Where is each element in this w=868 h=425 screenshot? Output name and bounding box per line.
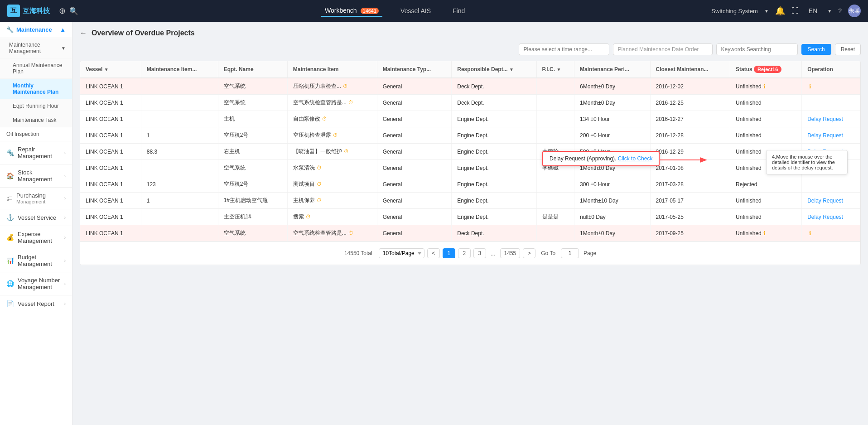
info-icon[interactable]: ℹ xyxy=(809,83,811,90)
delay-request-tooltip[interactable]: Delay Request (Approving). Click to Chec… xyxy=(542,151,660,166)
tooltip-click-link[interactable]: Click to Check xyxy=(618,155,653,162)
delay-request-link[interactable]: Delay Request xyxy=(807,198,843,204)
sidebar-item-maintenance[interactable]: 🔧 Maintenance ▲ xyxy=(0,22,72,38)
sidebar-item-eqpt-running[interactable]: Eqpt Running Hour xyxy=(0,99,72,113)
sidebar-item-vessel-report[interactable]: 📄 Vessel Report › xyxy=(0,295,72,312)
status-info-icon-last[interactable]: ℹ xyxy=(763,230,766,237)
sidebar-item-maintenance-task[interactable]: Maintenance Task xyxy=(0,113,72,127)
prev-page-button[interactable]: < xyxy=(427,248,440,258)
sidebar-item-repair-management[interactable]: 🔩 Repair Management › xyxy=(0,141,72,164)
delay-request-link[interactable]: Delay Request xyxy=(807,116,843,122)
sidebar-item-oil-inspection[interactable]: Oil Inspection xyxy=(0,127,72,141)
cell-closest-maintenance: 2017-03-28 xyxy=(650,176,730,193)
sidebar-item-vessel-service[interactable]: ⚓ Vessel Service › xyxy=(0,209,72,226)
page-ellipsis: ... xyxy=(489,250,497,257)
cell-operation[interactable] xyxy=(802,176,860,193)
cell-operation[interactable]: Delay Request xyxy=(802,127,860,144)
cell-maintenance-type: General xyxy=(377,127,452,144)
status-value: Unfinished xyxy=(736,100,762,106)
table-row: LINK OCEAN 1 空气系统 压缩机压力表检查...⏱ General D… xyxy=(80,78,860,95)
sidebar-item-purchasing[interactable]: 🏷 Purchasing Management › xyxy=(0,188,72,209)
sidebar-item-annual-plan[interactable]: Annual Maintenance Plan xyxy=(0,58,72,79)
nav-find[interactable]: Find xyxy=(449,5,468,16)
add-icon[interactable]: ⊕ xyxy=(59,6,66,16)
cell-operation[interactable]: Delay Request xyxy=(802,209,860,225)
cell-maintenance-item: 测试项目⏱ xyxy=(287,176,377,193)
cell-maintenance-item: 空气系统检查管路是...⏱ xyxy=(287,225,377,241)
time-range-input[interactable] xyxy=(519,43,609,55)
back-button[interactable]: ← xyxy=(80,29,87,37)
page-1-button[interactable]: 1 xyxy=(443,248,455,258)
language-selector[interactable]: EN xyxy=(805,5,821,16)
cell-vessel: LINK OCEAN 1 xyxy=(80,111,141,127)
sidebar-item-stock-management[interactable]: 🏠 Stock Management › xyxy=(0,164,72,188)
info-icon[interactable]: ℹ xyxy=(809,230,811,237)
status-info-icon[interactable]: ℹ xyxy=(763,83,766,90)
search-button[interactable]: Search xyxy=(801,44,831,55)
cell-vessel: LINK OCEAN 1 xyxy=(80,160,141,176)
cell-maintenance-item-no xyxy=(141,225,218,241)
cell-operation[interactable]: Delay Request xyxy=(802,111,860,127)
next-page-button[interactable]: > xyxy=(523,248,535,258)
clock-icon: ⏱ xyxy=(306,214,311,219)
table-row: LINK OCEAN 1 空气系统 水泵清洗⏱ General Engine D… xyxy=(80,160,860,176)
page-3-button[interactable]: 3 xyxy=(473,248,486,258)
switch-system-button[interactable]: Switching System xyxy=(711,8,758,14)
page-last-button[interactable]: 1455 xyxy=(500,248,521,258)
cell-closest-maintenance: 2016-12-25 xyxy=(650,95,730,111)
cell-pic xyxy=(536,176,574,193)
notification-icon[interactable]: 🔔 xyxy=(775,6,785,16)
col-maintenance-period: Maintenance Peri... xyxy=(574,61,650,78)
cell-maintenance-period: 1Month±0 Day xyxy=(574,95,650,111)
filter-bar: Planned Maintenance Date Order Search Re… xyxy=(80,43,861,55)
delay-request-link[interactable]: Delay Request xyxy=(807,132,843,139)
reset-button[interactable]: Reset xyxy=(835,43,861,55)
table-row: LINK OCEAN 1 88.3 右主机 【喷油器】一般维护⏱ General… xyxy=(80,144,860,160)
sidebar-item-maintenance-management[interactable]: Maintenance Management ▼ xyxy=(0,38,72,58)
search-icon[interactable]: 🔍 xyxy=(69,7,78,15)
cell-operation[interactable]: ℹ xyxy=(802,225,860,241)
col-responsible-dept: Responsible Dept... ▼ xyxy=(452,61,536,78)
cell-pic xyxy=(536,78,574,95)
help-icon[interactable]: ? xyxy=(838,7,842,14)
cell-maintenance-item-no: 123 xyxy=(141,176,218,193)
nav-workbench[interactable]: Workbench 14641 xyxy=(321,5,382,17)
cell-maintenance-type: General xyxy=(377,160,452,176)
chevron-right-report-icon: › xyxy=(64,301,66,306)
fullscreen-icon[interactable]: ⛶ xyxy=(791,7,799,15)
nav-center: Workbench 14641 Vessel AIS Find xyxy=(78,5,711,17)
tooltip-text: Delay Request (Approving). xyxy=(550,155,618,162)
sort-select[interactable]: Planned Maintenance Date Order xyxy=(613,43,713,55)
page-header: ← Overview of Overdue Projects xyxy=(80,29,861,37)
cell-maintenance-item-no xyxy=(141,95,218,111)
delay-request-link[interactable]: Delay Request xyxy=(807,214,843,220)
col-operation: Operation xyxy=(802,61,860,78)
cell-operation[interactable]: ℹ xyxy=(802,78,860,95)
sidebar-item-expense-management[interactable]: 💰 Expense Management › xyxy=(0,226,72,249)
page-2-button[interactable]: 2 xyxy=(458,248,471,258)
sidebar: 🔧 Maintenance ▲ Maintenance Management ▼… xyxy=(0,22,72,425)
sidebar-item-budget-management[interactable]: 📊 Budget Management › xyxy=(0,249,72,272)
cell-operation[interactable]: Delay Request xyxy=(802,193,860,209)
cell-vessel: LINK OCEAN 1 xyxy=(80,78,141,95)
nav-vessel-ais[interactable]: Vessel AIS xyxy=(397,5,434,16)
cell-responsible-dept: Engine Dept. xyxy=(452,127,536,144)
sidebar-item-voyage-management[interactable]: 🌐 Voyage Number Management › xyxy=(0,272,72,295)
goto-input[interactable] xyxy=(561,248,579,258)
cell-operation[interactable] xyxy=(802,95,860,111)
status-value: Unfinished xyxy=(736,198,762,204)
col-eqpt-name: Eqpt. Name xyxy=(218,61,287,78)
col-status: Status Reject16 xyxy=(730,61,802,78)
cell-maintenance-item-no: 1 xyxy=(141,193,218,209)
logo-text: 互海科技 xyxy=(23,7,50,15)
chevron-right-purchasing-icon: › xyxy=(64,196,66,201)
sidebar-item-monthly-plan[interactable]: Monthly Maintenance Plan xyxy=(0,79,72,99)
page-size-select[interactable]: 10Total/Page 20Total/Page 50Total/Page xyxy=(379,248,424,258)
chevron-right-voyage-icon: › xyxy=(64,281,66,286)
app-logo[interactable]: 互 互海科技 xyxy=(7,5,50,17)
chevron-up-icon: ▲ xyxy=(60,26,66,33)
avatar[interactable]: 朱某 xyxy=(848,5,861,17)
cell-maintenance-period: 200 ±0 Hour xyxy=(574,127,650,144)
keywords-search-input[interactable] xyxy=(716,43,798,55)
cell-status: Unfinished xyxy=(730,209,802,225)
